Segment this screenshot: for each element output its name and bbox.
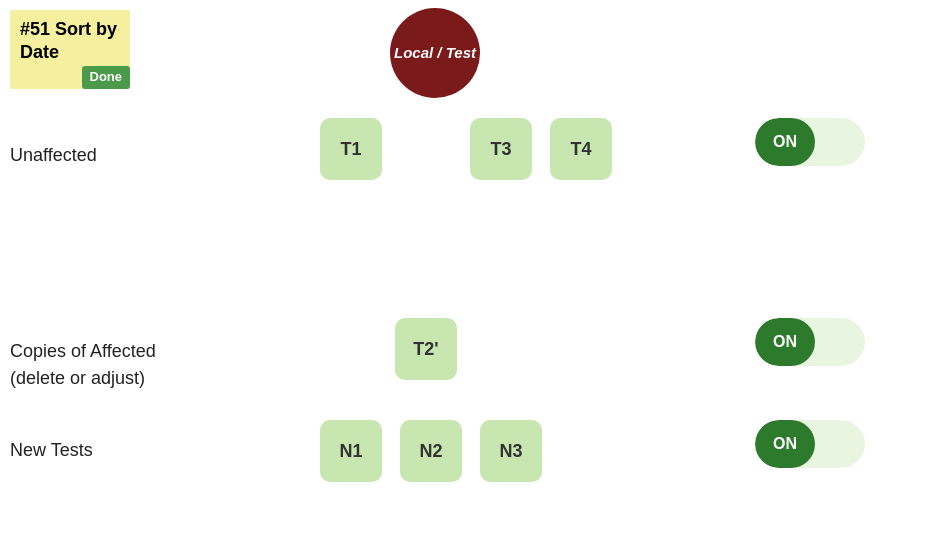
- tag-N2[interactable]: N2: [400, 420, 462, 482]
- local-test-circle: Local / Test: [390, 8, 480, 98]
- sticky-note-title: #51 Sort by Date: [20, 19, 117, 62]
- row-label-new-tests: New Tests: [10, 440, 93, 461]
- toggle-on-label-2: ON: [755, 318, 815, 366]
- done-badge: Done: [82, 66, 131, 89]
- tag-N1[interactable]: N1: [320, 420, 382, 482]
- row-label-unaffected: Unaffected: [10, 145, 97, 166]
- tag-T1[interactable]: T1: [320, 118, 382, 180]
- toggle-copies-affected[interactable]: ON: [755, 318, 865, 366]
- tag-T3[interactable]: T3: [470, 118, 532, 180]
- toggle-on-label-3: ON: [755, 420, 815, 468]
- tag-N3[interactable]: N3: [480, 420, 542, 482]
- toggle-unaffected[interactable]: ON: [755, 118, 865, 166]
- tag-T4[interactable]: T4: [550, 118, 612, 180]
- tag-T2prime[interactable]: T2': [395, 318, 457, 380]
- toggle-new-tests[interactable]: ON: [755, 420, 865, 468]
- row-label-copies-affected: Copies of Affected(delete or adjust): [10, 338, 156, 392]
- sticky-note: #51 Sort by Date Done: [10, 10, 130, 89]
- toggle-on-label: ON: [755, 118, 815, 166]
